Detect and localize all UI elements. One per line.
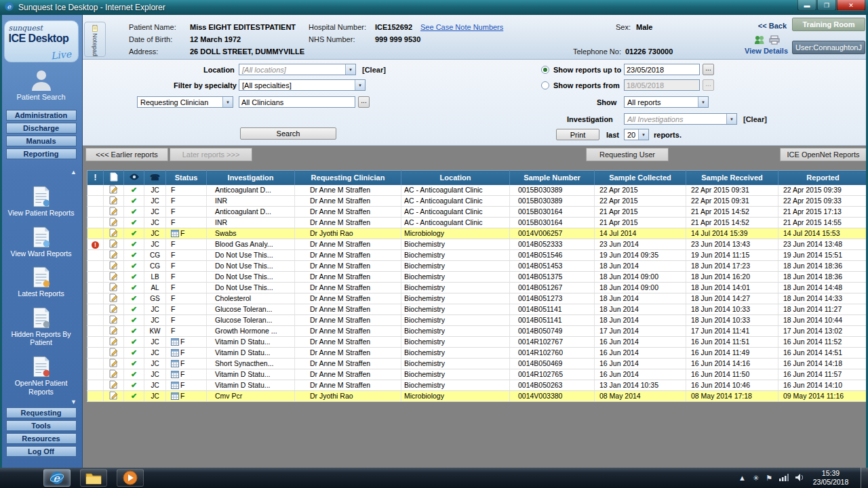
phone-column-icon[interactable]: ☎ [144, 171, 166, 185]
table-row[interactable]: ✔JCFVitamin D Statu...Dr Anne M Straffen… [87, 336, 868, 347]
printer-icon[interactable] [769, 35, 780, 47]
cell-report-icon[interactable] [104, 260, 124, 271]
specialty-dropdown[interactable]: [All specialties] ▼ [239, 79, 366, 91]
sidebar-item-view-ward-reports[interactable]: View Ward Reports [6, 226, 77, 258]
column-header-sample-number[interactable]: Sample Number [510, 171, 595, 185]
taskbar-clock[interactable]: 15:39 23/05/2018 [808, 469, 853, 487]
maximize-button[interactable]: ❐ [817, 0, 836, 11]
table-row[interactable]: ✔KWFGrowth Hormone ...Dr Anne M Straffen… [87, 325, 868, 336]
chevron-down-icon[interactable]: ▼ [726, 114, 736, 124]
clinician-lookup-button[interactable]: ... [358, 96, 370, 108]
table-row[interactable]: ✔JCFAnticoagulant D...Dr Anne M Straffen… [87, 185, 868, 196]
tray-settings-icon[interactable]: ✳ [753, 474, 759, 483]
earlier-reports-button[interactable]: <<< Earlier reports [85, 148, 168, 161]
sidebar-item-manuals[interactable]: Manuals [6, 136, 77, 146]
table-row[interactable]: ✔JCFGlucose Toleran...Dr Anne M Straffen… [87, 314, 868, 325]
cell-report-icon[interactable] [104, 380, 124, 390]
cell-report-icon[interactable] [104, 304, 124, 314]
minimize-button[interactable]: ▬ [797, 0, 816, 11]
training-room-button[interactable]: Training Room [792, 18, 865, 31]
clinician-type-dropdown[interactable]: Requesting Clinician ▼ [137, 96, 233, 108]
sidebar-item-resources[interactable]: Resources [6, 433, 77, 444]
column-header-investigation[interactable]: Investigation [207, 171, 295, 185]
cell-report-icon[interactable] [104, 282, 124, 293]
ice-opennet-reports-button[interactable]: ICE OpenNet Reports [780, 148, 867, 161]
table-row[interactable]: ✔CGFDo Not Use This...Dr Anne M Straffen… [87, 260, 868, 271]
tray-expand-icon[interactable]: ▲ [738, 474, 746, 482]
window-titlebar[interactable]: e Sunquest Ice Desktop - Internet Explor… [0, 0, 868, 15]
taskbar-explorer-button[interactable] [80, 469, 107, 487]
table-row[interactable]: ✔CGFDo Not Use This...Dr Anne M Straffen… [87, 249, 868, 260]
cell-report-icon[interactable] [104, 336, 124, 347]
table-row[interactable]: ✔ALFDo Not Use This...Dr Anne M Straffen… [87, 282, 868, 293]
cell-report-icon[interactable] [104, 206, 124, 217]
table-row[interactable]: ✔JCFVitamin D Statu...Dr Anne M Straffen… [87, 369, 868, 380]
table-row[interactable]: ✔JCFINRDr Anne M StraffenAC - Anticoagul… [87, 195, 868, 206]
table-row[interactable]: ✔JCFShort Synacthen...Dr Anne M Straffen… [87, 358, 868, 369]
investigation-clear-link[interactable]: [Clear] [743, 115, 767, 123]
notepad-tab[interactable]: Notepad [84, 22, 106, 57]
search-button[interactable]: Search [240, 127, 336, 140]
eye-column-icon[interactable] [124, 171, 144, 185]
cell-report-icon[interactable] [104, 390, 124, 401]
column-header-location[interactable]: Location [401, 171, 510, 185]
back-link[interactable]: << Back [758, 22, 787, 30]
sidebar-item-hidden-reports-by-patient[interactable]: Hidden Reports By Patient [6, 307, 77, 347]
chevron-down-icon[interactable]: ▼ [638, 129, 648, 140]
cell-report-icon[interactable] [104, 249, 124, 260]
taskbar-media-player-button[interactable] [117, 469, 144, 487]
cell-report-icon[interactable] [104, 195, 124, 206]
cell-report-icon[interactable] [104, 347, 124, 358]
show-desktop-button[interactable] [861, 468, 868, 488]
taskbar-ie-button[interactable]: e [43, 469, 71, 487]
cell-report-icon[interactable] [104, 325, 124, 336]
show-dropdown[interactable]: All reports ▼ [624, 96, 709, 108]
cell-report-icon[interactable] [104, 314, 124, 325]
volume-icon[interactable] [795, 472, 804, 484]
show-from-date-input[interactable] [624, 79, 700, 91]
show-from-radio[interactable] [541, 81, 549, 89]
cell-report-icon[interactable] [104, 271, 124, 282]
sidebar-item-log-off[interactable]: Log Off [6, 446, 77, 457]
alert-column-icon[interactable]: ! [87, 171, 104, 185]
table-row[interactable]: ✔GSFCholesterolDr Anne M StraffenBiochem… [87, 293, 868, 304]
sidebar-item-requesting[interactable]: Requesting [6, 407, 77, 418]
column-header-reported[interactable]: Reported [778, 171, 868, 185]
sidebar-item-tools[interactable]: Tools [6, 420, 77, 431]
table-row[interactable]: ✔JCFVitamin D Statu...Dr Anne M Straffen… [87, 347, 868, 358]
cell-report-icon[interactable] [104, 185, 124, 196]
table-row[interactable]: ✔JCFVitamin D Statu...Dr Anne M Straffen… [87, 380, 868, 390]
document-column-icon[interactable] [104, 171, 124, 185]
cell-report-icon[interactable] [104, 217, 124, 228]
table-row[interactable]: ✔JCFSwabsDr Jyothi RaoMicrobiology0014V0… [87, 228, 868, 239]
table-row[interactable]: !✔JCFBlood Gas Analy...Dr Anne M Straffe… [87, 239, 868, 249]
case-note-numbers-link[interactable]: See Case Note Numbers [420, 23, 503, 31]
requesting-user-button[interactable]: Requesting User [586, 148, 669, 161]
table-row[interactable]: ✔JCFAnticoagulant D...Dr Anne M Straffen… [87, 206, 868, 217]
table-row[interactable]: ✔JCFCmv PcrDr Jyothi RaoMicrobiology0014… [87, 390, 868, 401]
cell-report-icon[interactable] [104, 358, 124, 369]
sidebar-item-reporting[interactable]: Reporting [6, 148, 77, 159]
cell-report-icon[interactable] [104, 228, 124, 239]
column-header-requesting-clinician[interactable]: Requesting Clinician [295, 171, 401, 185]
table-row[interactable]: ✔JCFGlucose Toleran...Dr Anne M Straffen… [87, 304, 868, 314]
cell-report-icon[interactable] [104, 293, 124, 304]
location-clear-link[interactable]: [Clear] [362, 66, 386, 74]
patients-icon[interactable] [754, 35, 765, 47]
show-up-to-calendar-button[interactable]: ... [703, 64, 714, 75]
column-header-status[interactable]: Status [166, 171, 207, 185]
cell-report-icon[interactable] [104, 239, 124, 249]
view-details-link[interactable]: View Details [745, 47, 788, 55]
chevron-down-icon[interactable]: ▼ [355, 80, 365, 90]
chevron-down-icon[interactable]: ▼ [222, 97, 233, 107]
network-icon[interactable] [779, 472, 789, 484]
close-button[interactable]: ✕ [837, 0, 865, 11]
cell-report-icon[interactable] [104, 369, 124, 380]
sidebar-item-view-patient-reports[interactable]: View Patient Reports [6, 186, 77, 218]
show-up-to-date-input[interactable] [624, 64, 700, 75]
sidebar-item-patient-search[interactable]: Patient Search [16, 69, 65, 101]
table-row[interactable]: ✔JCFINRDr Anne M StraffenAC - Anticoagul… [87, 217, 868, 228]
action-center-flag-icon[interactable]: ⚑ [766, 474, 772, 483]
location-dropdown[interactable]: [All locations] ▼ [239, 64, 356, 75]
sidebar-item-discharge[interactable]: Discharge [6, 123, 77, 134]
